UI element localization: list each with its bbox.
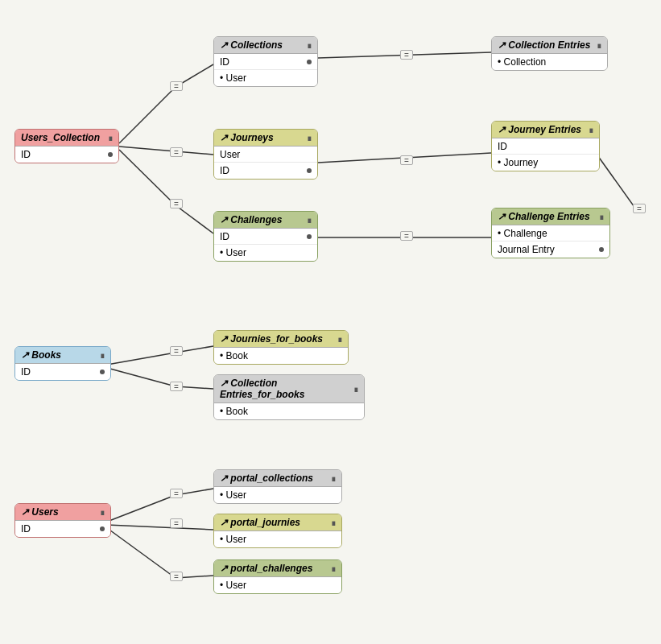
table-body-portal-collections: • User — [214, 487, 341, 503]
table-row: User — [214, 147, 317, 163]
table-collections[interactable]: ↗ Collections ∎ ID • User — [213, 36, 318, 87]
table-users-collection[interactable]: Users_Collection ∎ ID — [14, 129, 119, 163]
table-icon-journies-for-books[interactable]: ∎ — [337, 335, 342, 344]
table-row: • User — [214, 577, 341, 593]
table-icon-users[interactable]: ∎ — [100, 508, 105, 517]
table-icon-collection-entries[interactable]: ∎ — [597, 41, 601, 50]
field-id: ID — [498, 141, 507, 152]
table-body-collection-entries: • Collection — [492, 54, 607, 70]
svg-line-0 — [119, 87, 176, 143]
table-collection-entries[interactable]: ↗ Collection Entries ∎ • Collection — [491, 36, 608, 71]
field-user: • User — [220, 247, 246, 258]
table-row: • Book — [214, 348, 348, 364]
table-row: ID — [214, 54, 317, 70]
table-icon-books[interactable]: ∎ — [100, 351, 105, 360]
connector-users-pj: = — [170, 518, 183, 528]
table-row: ID — [15, 521, 110, 537]
table-header-journies-for-books: ↗ Journies_for_books ∎ — [214, 331, 348, 348]
table-title-challenge-entries: ↗ Challenge Entries — [498, 211, 590, 222]
dot-id — [307, 234, 312, 239]
table-body-journies-for-books: • Book — [214, 348, 348, 364]
field-id: ID — [220, 56, 229, 68]
table-row: • Challenge — [492, 225, 609, 242]
field-user: • User — [220, 72, 246, 84]
table-row: ID — [15, 147, 118, 163]
table-header-collections: ↗ Collections ∎ — [214, 37, 317, 54]
table-portal-journies[interactable]: ↗ portal_journies ∎ • User — [213, 514, 342, 548]
svg-line-4 — [176, 205, 213, 233]
table-row: ID — [214, 229, 317, 245]
table-portal-collections[interactable]: ↗ portal_collections ∎ • User — [213, 469, 342, 504]
table-books[interactable]: ↗ Books ∎ ID — [14, 346, 111, 381]
table-icon-challenge-entries[interactable]: ∎ — [599, 213, 604, 221]
table-header-challenge-entries: ↗ Challenge Entries ∎ — [492, 208, 609, 225]
table-icon-challenges[interactable]: ∎ — [307, 216, 312, 225]
table-body-journeys: User ID — [214, 147, 317, 179]
table-title-portal-collections: ↗ portal_collections — [220, 473, 313, 484]
dot-id — [108, 152, 113, 157]
table-body-challenges: ID • User — [214, 229, 317, 261]
table-title-collections: ↗ Collections — [220, 39, 283, 51]
table-users[interactable]: ↗ Users ∎ ID — [14, 503, 111, 538]
table-title-users: ↗ Users — [21, 506, 59, 518]
table-title-journey-entries: ↗ Journey Entries — [498, 124, 581, 135]
connector-users-pch: = — [170, 572, 183, 581]
table-portal-challenges[interactable]: ↗ portal_challenges ∎ • User — [213, 559, 342, 594]
connector-books-jfb: = — [170, 346, 183, 356]
connector-col-ce: = — [400, 50, 413, 60]
table-body-users: ID — [15, 521, 110, 537]
dot-journal — [599, 247, 604, 252]
svg-line-8 — [596, 153, 636, 209]
table-body-ce-for-books: • Book — [214, 403, 364, 419]
table-row: • Book — [214, 403, 364, 419]
table-header-books: ↗ Books ∎ — [15, 347, 110, 364]
table-icon-collections[interactable]: ∎ — [307, 41, 312, 50]
table-journies-for-books[interactable]: ↗ Journies_for_books ∎ • Book — [213, 330, 349, 365]
table-title-challenges: ↗ Challenges — [220, 214, 282, 225]
table-challenge-entries[interactable]: ↗ Challenge Entries ∎ • Challenge Journa… — [491, 208, 610, 258]
table-row: ID — [214, 163, 317, 179]
field-id: ID — [220, 231, 229, 242]
table-body-journey-entries: ID • Journey — [492, 138, 599, 171]
field-user: • User — [220, 534, 246, 545]
table-icon-portal-collections[interactable]: ∎ — [331, 474, 336, 483]
svg-line-15 — [107, 525, 213, 530]
table-header-users-collection: Users_Collection ∎ — [15, 130, 118, 147]
table-challenges[interactable]: ↗ Challenges ∎ ID • User — [213, 211, 318, 262]
table-header-journeys: ↗ Journeys ∎ — [214, 130, 317, 147]
table-row: • Journey — [492, 155, 599, 171]
table-row: ID — [15, 364, 110, 380]
table-header-challenges: ↗ Challenges ∎ — [214, 212, 317, 229]
table-row: Journal Entry — [492, 242, 609, 258]
table-title-ce-for-books: ↗ Collection Entries_for_books — [220, 378, 353, 400]
table-icon-portal-challenges[interactable]: ∎ — [331, 564, 336, 573]
field-journey: • Journey — [498, 157, 538, 168]
table-row: • User — [214, 245, 317, 261]
table-icon-ce-for-books[interactable]: ∎ — [353, 385, 358, 394]
table-icon-journeys[interactable]: ∎ — [307, 134, 312, 142]
field-journal-entry: Journal Entry — [498, 244, 555, 255]
table-header-users: ↗ Users ∎ — [15, 504, 110, 521]
table-journeys[interactable]: ↗ Journeys ∎ User ID — [213, 129, 318, 180]
table-title-portal-challenges: ↗ portal_challenges — [220, 563, 312, 574]
diagram-canvas: = = = = = = = = = = = = Users_Collection… — [0, 0, 661, 644]
table-icon-journey-entries[interactable]: ∎ — [589, 126, 593, 134]
field-book: • Book — [220, 350, 248, 361]
table-body-challenge-entries: • Challenge Journal Entry — [492, 225, 609, 258]
table-header-portal-journies: ↗ portal_journies ∎ — [214, 514, 341, 531]
table-body-collections: ID • User — [214, 54, 317, 86]
dot-id — [307, 60, 312, 64]
table-icon-portal-journies[interactable]: ∎ — [331, 518, 336, 527]
table-collection-entries-for-books[interactable]: ↗ Collection Entries_for_books ∎ • Book — [213, 374, 365, 420]
field-book: • Book — [220, 406, 248, 417]
field-user: • User — [220, 580, 246, 591]
connector-jour-je: = — [400, 155, 413, 165]
table-icon-users-collection[interactable]: ∎ — [108, 134, 113, 142]
table-body-users-collection: ID — [15, 147, 118, 163]
connector-je-right: = — [633, 204, 646, 213]
table-journey-entries[interactable]: ↗ Journey Entries ∎ ID • Journey — [491, 121, 600, 171]
table-title-journeys: ↗ Journeys — [220, 132, 274, 143]
table-row: • User — [214, 70, 317, 86]
dot-id — [100, 526, 105, 531]
table-body-books: ID — [15, 364, 110, 380]
